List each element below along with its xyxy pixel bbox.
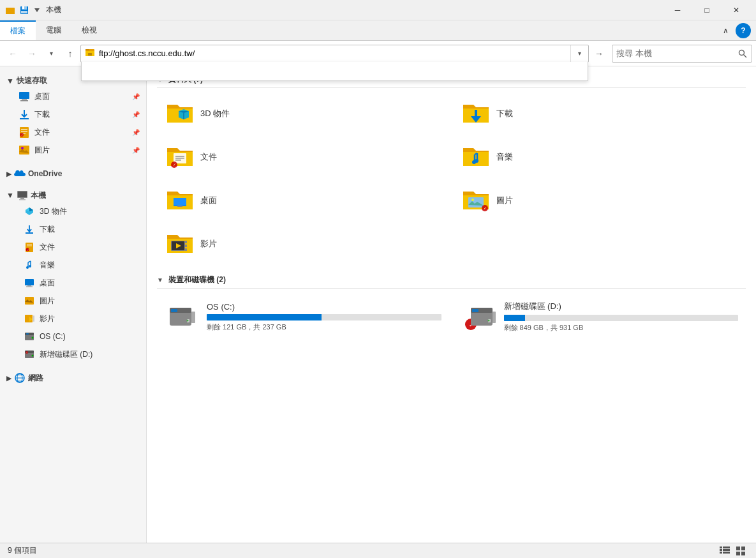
sidebar-item-3d-objects[interactable]: 3D 物件 xyxy=(0,202,146,220)
svg-rect-60 xyxy=(175,160,181,161)
folder-item-downloads[interactable]: 下載 xyxy=(453,93,746,134)
pin-icon-documents: 📌 xyxy=(132,129,140,136)
folder-item-desktop[interactable]: 桌面 xyxy=(157,180,450,221)
sidebar-item-downloads-nav[interactable]: 下載 xyxy=(0,220,146,238)
search-button[interactable] xyxy=(734,45,752,62)
drive-d-icon-small: ✓ xyxy=(23,348,36,361)
svg-rect-80 xyxy=(171,309,177,312)
drives-chevron: ▼ xyxy=(157,276,163,283)
quick-access-section: ▼ 快速存取 桌面 📌 xyxy=(0,69,146,162)
help-button[interactable]: ? xyxy=(736,23,751,38)
onedrive-header[interactable]: ▶ OneDrive xyxy=(0,164,146,181)
svg-rect-96 xyxy=(720,552,722,554)
sidebar-label-osc-nav: OS (C:) xyxy=(40,332,140,341)
drive-item-osc[interactable]: OS (C:) 剩餘 121 GB，共 237 GB xyxy=(157,294,449,340)
tab-file[interactable]: 檔案 xyxy=(0,20,36,40)
close-button[interactable]: ✕ xyxy=(722,0,751,20)
sidebar-item-documents-nav[interactable]: ✓ 文件 xyxy=(0,238,146,256)
computer-icon xyxy=(17,190,28,201)
folder-name-videos: 影片 xyxy=(200,238,217,250)
recent-locations-button[interactable]: ▾ xyxy=(42,45,60,63)
drives-section-label: 裝置和磁碟機 (2) xyxy=(168,275,226,285)
onedrive-icon xyxy=(14,168,26,179)
item-count-label: 9 個項目 xyxy=(8,545,37,556)
maximize-button[interactable]: □ xyxy=(692,0,722,20)
folder-item-3d-objects[interactable]: 3D 物件 xyxy=(157,93,450,134)
large-icons-view-button[interactable] xyxy=(734,545,748,557)
folder-item-pictures[interactable]: ✓ 圖片 xyxy=(453,180,746,221)
folder-name-3d-objects: 3D 物件 xyxy=(200,108,230,119)
sidebar-item-music-nav[interactable]: 音樂 xyxy=(0,256,146,274)
this-pc-chevron: ▼ xyxy=(6,191,14,200)
sidebar-item-osc-nav[interactable]: OS (C:) xyxy=(0,328,146,345)
minimize-button[interactable]: ─ xyxy=(663,0,692,20)
statusbar-view-controls xyxy=(718,545,748,557)
download-icon-small xyxy=(23,223,36,236)
folder-desktop-icon xyxy=(165,185,195,216)
sidebar-item-pictures-qa[interactable]: 圖片 📌 xyxy=(0,141,146,159)
sidebar-label-pictures-qa: 圖片 xyxy=(34,145,128,156)
folder-item-documents[interactable]: ✓ 文件 xyxy=(157,137,450,177)
titlebar-app-icons xyxy=(5,5,41,15)
ribbon-expand-button[interactable]: ∧ xyxy=(718,23,733,38)
sidebar-label-desktop-nav: 桌面 xyxy=(40,278,140,289)
svg-rect-100 xyxy=(736,552,740,555)
drive-item-newd[interactable]: ✓ 新增磁碟區 (D:) xyxy=(454,294,746,340)
documents-icon: ✓ xyxy=(18,126,31,139)
sidebar-label-downloads-nav: 下載 xyxy=(40,224,140,235)
folder-item-videos[interactable]: 影片 xyxy=(157,223,450,264)
ribbon-spacer xyxy=(107,20,718,40)
sidebar-item-newd-nav[interactable]: ✓ 新增磁碟區 (D:) xyxy=(0,345,146,363)
pin-icon-downloads: 📌 xyxy=(132,111,140,118)
address-input[interactable] xyxy=(99,45,570,62)
tab-computer[interactable]: 電腦 xyxy=(36,20,71,40)
up-button[interactable]: ↑ xyxy=(61,45,79,63)
sidebar-item-desktop-qa[interactable]: 桌面 📌 xyxy=(0,87,146,105)
svg-rect-92 xyxy=(720,547,722,548)
address-dropdown-button[interactable]: ▾ xyxy=(570,45,588,62)
sidebar-item-desktop-nav[interactable]: 桌面 xyxy=(0,274,146,292)
folder-name-documents: 文件 xyxy=(200,151,217,163)
forward-button[interactable]: → xyxy=(23,45,41,63)
svg-rect-7 xyxy=(88,53,92,56)
pin-icon-pictures: 📌 xyxy=(132,147,140,154)
folder-3d-icon xyxy=(165,98,195,129)
svg-rect-101 xyxy=(741,552,745,555)
folder-videos-icon xyxy=(165,229,195,259)
svg-point-82 xyxy=(187,320,189,322)
svg-text:✓: ✓ xyxy=(173,163,176,167)
dropdown-icon[interactable] xyxy=(33,6,41,14)
folder-item-music[interactable]: 音樂 xyxy=(453,137,746,177)
address-bar: ▾ xyxy=(80,45,589,63)
folder-name-downloads: 下載 xyxy=(496,108,513,119)
sidebar-item-downloads-qa[interactable]: 下載 📌 xyxy=(0,105,146,123)
drives-section-header[interactable]: ▼ 裝置和磁碟機 (2) xyxy=(157,272,746,289)
tab-view[interactable]: 檢視 xyxy=(71,20,107,40)
go-button[interactable]: → xyxy=(590,45,608,63)
svg-rect-26 xyxy=(26,232,33,234)
network-header[interactable]: ▶ 網路 xyxy=(0,368,146,385)
this-pc-header[interactable]: ▼ 本機 xyxy=(0,186,146,202)
folder-pictures-icon: ✓ xyxy=(461,185,491,216)
svg-rect-99 xyxy=(741,547,745,550)
search-input[interactable] xyxy=(612,45,734,62)
svg-rect-15 xyxy=(21,129,27,130)
sidebar-label-videos-nav: 影片 xyxy=(40,313,140,324)
drive-c-bar xyxy=(207,314,322,320)
drives-section: ▼ 裝置和磁碟機 (2) xyxy=(157,272,746,340)
app-icon xyxy=(5,5,15,15)
svg-rect-20 xyxy=(19,146,29,155)
ribbon-tabs: 檔案 電腦 檢視 ∧ ? xyxy=(0,20,756,41)
drive-d-name: 新增磁碟區 (D:) xyxy=(504,301,739,312)
sidebar-item-pictures-nav[interactable]: 圖片 xyxy=(0,292,146,310)
svg-text:✓: ✓ xyxy=(26,351,28,354)
sidebar-label-documents-qa: 文件 xyxy=(34,127,128,138)
navigation-bar: ← → ▾ ↑ ▾ → xyxy=(0,41,756,66)
svg-point-90 xyxy=(487,320,489,322)
sidebar-item-videos-nav[interactable]: 影片 xyxy=(0,310,146,328)
svg-rect-4 xyxy=(21,11,27,13)
details-view-button[interactable] xyxy=(718,545,732,557)
svg-rect-35 xyxy=(27,285,31,287)
back-button[interactable]: ← xyxy=(4,45,22,63)
sidebar-item-documents-qa[interactable]: ✓ 文件 📌 xyxy=(0,123,146,141)
